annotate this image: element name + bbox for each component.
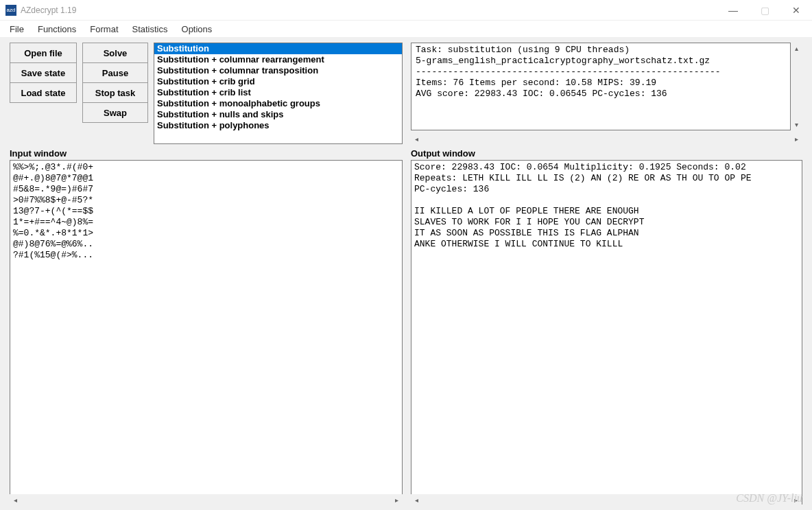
solve-button[interactable]: Solve	[82, 43, 148, 63]
scroll-right-icon[interactable]: ▸	[791, 133, 802, 144]
scroll-left-icon[interactable]: ◂	[411, 494, 422, 506]
scroll-right-icon[interactable]: ▸	[391, 494, 403, 506]
right-column: Task: substitution (using 9 CPU threads)…	[411, 43, 802, 505]
output-hscroll[interactable]: ◂ ▸	[411, 494, 802, 506]
file-buttons: Open file Save state Load state	[10, 43, 77, 102]
save-state-button[interactable]: Save state	[10, 62, 77, 83]
window-controls: — ▢ ✕	[717, 0, 812, 21]
scroll-right-icon[interactable]: ▸	[790, 494, 802, 506]
minimize-button[interactable]: —	[717, 0, 749, 21]
log-output[interactable]: Task: substitution (using 9 CPU threads)…	[411, 43, 791, 130]
menu-file[interactable]: File	[3, 23, 31, 36]
pause-button[interactable]: Pause	[82, 62, 148, 83]
workspace: Open file Save state Load state Solve Pa…	[0, 37, 812, 510]
open-file-button[interactable]: Open file	[10, 43, 77, 63]
solver-item[interactable]: Substitution + monoalphabetic groups	[154, 98, 402, 109]
solver-list[interactable]: SubstitutionSubstitution + columnar rear…	[154, 43, 403, 144]
scroll-down-icon[interactable]: ▾	[791, 119, 802, 130]
menubar: File Functions Format Statistics Options	[0, 21, 812, 37]
input-hscroll[interactable]: ◂ ▸	[10, 494, 403, 506]
solver-item[interactable]: Substitution + polyphones	[154, 120, 402, 131]
task-buttons: Solve Pause Stop task Swap	[82, 43, 148, 122]
menu-format[interactable]: Format	[83, 23, 125, 36]
left-column: Open file Save state Load state Solve Pa…	[10, 43, 403, 505]
input-label: Input window	[10, 148, 403, 159]
log-vscroll[interactable]: ▴ ▾	[791, 43, 802, 130]
scroll-left-icon[interactable]: ◂	[411, 133, 422, 144]
log-hscroll[interactable]: ◂ ▸	[411, 133, 802, 144]
output-label: Output window	[411, 148, 802, 159]
solver-item[interactable]: Substitution	[154, 43, 402, 54]
solver-item[interactable]: Substitution + columnar rearrangement	[154, 54, 402, 65]
close-button[interactable]: ✕	[780, 0, 812, 21]
maximize-button[interactable]: ▢	[749, 0, 780, 21]
stop-task-button[interactable]: Stop task	[82, 82, 148, 103]
window-title: AZdecrypt 1.19	[21, 5, 717, 15]
load-state-button[interactable]: Load state	[10, 82, 77, 103]
top-controls: Open file Save state Load state Solve Pa…	[10, 43, 403, 144]
output-textarea[interactable]: Score: 22983.43 IOC: 0.0654 Multiplicity…	[411, 160, 802, 505]
solver-item[interactable]: Substitution + crib grid	[154, 76, 402, 87]
log-wrap: Task: substitution (using 9 CPU threads)…	[411, 43, 802, 130]
solver-item[interactable]: Substitution + nulls and skips	[154, 109, 402, 120]
titlebar: azd AZdecrypt 1.19 — ▢ ✕	[0, 0, 812, 21]
app-icon: azd	[5, 5, 16, 16]
menu-functions[interactable]: Functions	[31, 23, 83, 36]
swap-button[interactable]: Swap	[82, 102, 148, 123]
solver-item[interactable]: Substitution + columnar transposition	[154, 65, 402, 76]
menu-options[interactable]: Options	[175, 23, 219, 36]
menu-statistics[interactable]: Statistics	[126, 23, 175, 36]
input-textarea[interactable]: %%>%;.@3*.#(#0+ @#+.@)8@7@*7@@1 #5&8=.*9…	[10, 160, 403, 505]
solver-item[interactable]: Substitution + crib list	[154, 87, 402, 98]
scroll-up-icon[interactable]: ▴	[791, 43, 802, 54]
scroll-left-icon[interactable]: ◂	[10, 494, 21, 506]
